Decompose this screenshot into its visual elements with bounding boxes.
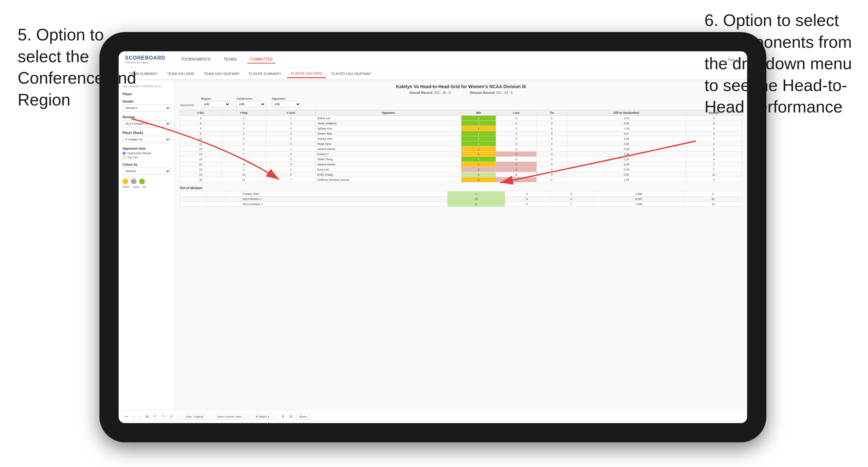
subnav-team-h2h-grid[interactable]: TEAM H2H GRID xyxy=(163,70,198,77)
cell-conf: 5 xyxy=(266,157,315,162)
top-nav: SCOREBOARD Powered by clippd TOURNAMENTS… xyxy=(119,51,747,68)
sub-nav: TEAM SUMMARY TEAM H2H GRID TEAM H2H HEAT… xyxy=(119,68,747,80)
conference-filter-select[interactable]: (All) xyxy=(237,101,266,107)
region-filter-label: Region xyxy=(202,97,230,100)
colour-by-select[interactable]: Win/loss xyxy=(123,168,170,175)
cell-div: 15 xyxy=(180,157,222,162)
cell-reg: 2 xyxy=(221,142,266,147)
cell-reg: 1 xyxy=(221,147,266,152)
cell-diff: -1.00 xyxy=(567,126,686,131)
cell-loss: 2 xyxy=(496,152,537,157)
table-row: 11 2 5 Heejo Hyun 1 0 0 3.33 3 xyxy=(180,142,742,147)
ood-cell-diff: 9.267 xyxy=(593,196,684,201)
cell-diff: 0.30 xyxy=(567,172,686,177)
top-100-option[interactable]: Top 100 xyxy=(123,156,170,159)
toolbar-sep2 xyxy=(210,413,210,420)
cell-reg: 6 xyxy=(221,136,266,142)
col-conf: # Conf xyxy=(266,110,315,116)
opponents-played-radio[interactable] xyxy=(123,152,126,155)
watch-btn[interactable]: 👁 Watch ▾ xyxy=(252,414,272,419)
opponent-view-radio-group: Opponents Played Top 100 xyxy=(123,152,170,159)
col-opponent: Opponent xyxy=(315,110,461,116)
col-diff: Diff Av Strokes/Rnd xyxy=(567,110,686,116)
cell-div: 6 xyxy=(180,126,222,131)
ood-cell-win: 5 xyxy=(447,201,505,207)
save-custom-view-btn[interactable]: Save Custom View xyxy=(214,414,244,419)
left-panel: Last Updated: 27/03/2024 10:41 Player Ge… xyxy=(119,80,175,423)
cell-win: 2 xyxy=(461,152,496,157)
division-select[interactable]: NCAA Division III xyxy=(123,120,170,127)
cell-conf: 4 xyxy=(266,131,315,136)
cell-div: 19 xyxy=(180,172,222,177)
division-record: Division Record: 331 - 34 - 6 xyxy=(470,91,513,95)
cell-rounds: 4 xyxy=(686,136,742,142)
table-row: 3 3 1 Esther Lee 1 0 0 1.50 4 xyxy=(180,116,742,121)
opponent-filter-select[interactable]: (All) xyxy=(272,101,301,107)
colour-by-label: Colour by xyxy=(123,163,170,166)
cell-tie: 0 xyxy=(536,152,567,157)
out-of-division-table: Foreign Team 1 0 0 4.500 2 NAIA Division… xyxy=(180,191,742,207)
cell-loss: 0 xyxy=(496,126,537,131)
cell-loss: 0 xyxy=(496,116,537,121)
clock-icon[interactable]: ⏱ xyxy=(168,414,175,419)
top-100-radio[interactable] xyxy=(123,156,126,159)
overall-record-value: 353 - 34 - 6 xyxy=(434,91,451,95)
grid2-icon[interactable]: ⊟ xyxy=(288,414,294,419)
back-icon[interactable]: ‹ xyxy=(132,414,136,419)
ood-cell-rounds: 30 xyxy=(684,196,742,201)
table-row: 16 3 4 Jessica Mason 1 2 0 -0.94 7 xyxy=(180,162,742,167)
nav-tournaments[interactable]: TOURNAMENTS xyxy=(178,56,213,63)
cell-opponent: Andrea York xyxy=(315,136,461,142)
ood-cell-tie: 0 xyxy=(549,191,593,196)
subnav-team-h2h-heatmap[interactable]: TEAM H2H HEATMAP xyxy=(200,70,243,77)
cell-div: 9 xyxy=(180,131,222,136)
cell-win: 2 xyxy=(461,177,496,182)
cell-conf: 5 xyxy=(266,142,315,147)
ood-cell-rounds: 2 xyxy=(684,191,742,196)
grid-icon[interactable]: ⊞ xyxy=(144,414,150,419)
cell-diff: 0.38 xyxy=(567,152,686,157)
subnav-player-h2h-heatmap[interactable]: PLAYER H2H HEATMAP xyxy=(328,70,375,77)
cell-win: 1 xyxy=(461,157,496,162)
level-color-dot xyxy=(131,179,136,184)
cell-tie: 0 xyxy=(536,136,567,142)
player-rank-select[interactable]: 8. Katelyn Vo xyxy=(123,136,170,143)
tablet-device: SCOREBOARD Powered by clippd TOURNAMENTS… xyxy=(99,32,766,442)
col-win: Win xyxy=(461,110,496,116)
region-filter-select[interactable]: (All) xyxy=(202,101,230,107)
annotation-right-text: 6. Option to select the Opponents from t… xyxy=(705,11,852,116)
cell-opponent: Stella Cheng xyxy=(315,157,461,162)
cell-diff: 4.00 xyxy=(567,136,686,142)
cell-rounds: 9 xyxy=(686,152,742,157)
redo-icon[interactable]: ↷ xyxy=(160,414,166,419)
share-btn[interactable]: Share xyxy=(296,414,310,419)
cell-div: 3 xyxy=(180,116,222,121)
cell-opponent: Euna Lee xyxy=(315,167,461,172)
nav-committee[interactable]: COMMITTEE xyxy=(247,56,275,63)
subnav-player-h2h-grid[interactable]: PLAYER H2H GRID xyxy=(287,69,326,78)
subnav-player-summary[interactable]: PLAYER SUMMARY xyxy=(245,70,285,77)
export-icon[interactable]: ⬆ xyxy=(280,414,286,419)
ood-cell-win: 1 xyxy=(447,191,505,196)
overall-record-label: Overall Record: xyxy=(409,91,433,95)
ood-cell-diff: 4.500 xyxy=(593,191,684,196)
cell-div: 18 xyxy=(180,167,222,172)
cell-reg: 3 xyxy=(221,116,266,121)
cell-reg: 7 xyxy=(221,152,266,157)
cell-reg: 2 xyxy=(221,121,266,126)
undo2-icon[interactable]: ↶ xyxy=(152,414,158,419)
cell-div: 20 xyxy=(180,177,222,182)
nav-items: TOURNAMENTS TEAMS COMMITTEE xyxy=(178,56,718,63)
nav-teams[interactable]: TEAMS xyxy=(221,56,239,63)
view-original-btn[interactable]: View: Original xyxy=(182,414,206,419)
opponent-filter-group: Opponent (All) xyxy=(272,97,301,107)
forward-icon[interactable]: › xyxy=(138,414,142,419)
division-section: Division NCAA Division III xyxy=(123,115,170,127)
down-legend-label: Down xyxy=(123,185,129,188)
undo-icon[interactable]: ↩ xyxy=(124,414,129,419)
cell-tie: 0 xyxy=(536,157,567,162)
opponents-played-option[interactable]: Opponents Played xyxy=(123,152,170,155)
cell-opponent: Eunice Yi xyxy=(315,152,461,157)
tablet-screen: SCOREBOARD Powered by clippd TOURNAMENTS… xyxy=(119,51,747,423)
cell-loss: 0 xyxy=(496,172,537,177)
